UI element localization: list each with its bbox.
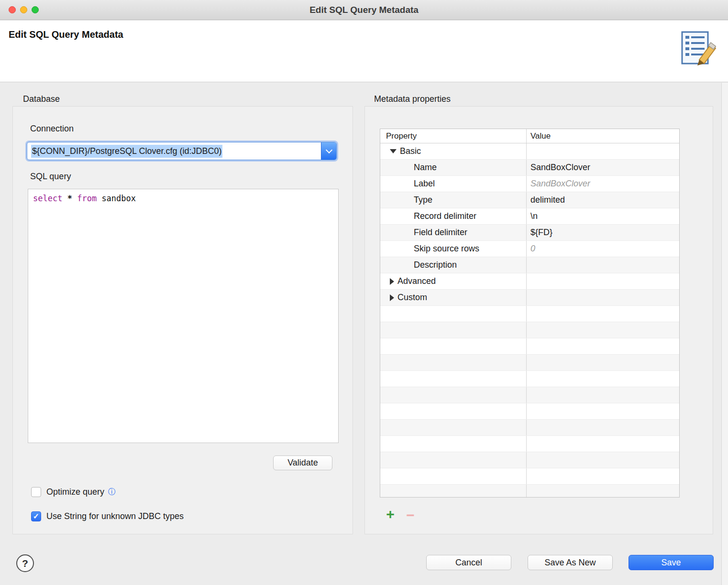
property-value: \n xyxy=(530,211,538,221)
disclosure-collapsed-icon[interactable] xyxy=(390,278,394,285)
edit-metadata-icon xyxy=(679,30,717,72)
table-body: Basic Name SandBoxClover Label SandBoxCl… xyxy=(380,143,679,498)
property-value: 0 xyxy=(530,244,535,254)
table-row-description[interactable]: Description xyxy=(380,257,679,273)
window-title: Edit SQL Query Metadata xyxy=(0,0,728,20)
table-row-empty xyxy=(380,387,679,403)
property-value: SandBoxClover xyxy=(530,179,590,189)
property-name: Skip source rows xyxy=(414,244,479,254)
sql-star-token: * xyxy=(67,194,72,203)
table-row-empty xyxy=(380,371,679,387)
sql-table-name: sandbox xyxy=(101,194,136,203)
save-as-new-button[interactable]: Save As New xyxy=(528,555,613,570)
table-row-type[interactable]: Type delimited xyxy=(380,192,679,208)
connection-label: Connection xyxy=(30,124,74,134)
connection-selected-value: ${CONN_DIR}/PostgreSQL Clover.cfg (id:JD… xyxy=(27,142,321,160)
sql-query-editor[interactable]: select * from sandbox xyxy=(28,189,339,443)
property-name: Description xyxy=(414,260,457,270)
property-value: delimited xyxy=(530,195,565,205)
traffic-lights xyxy=(9,6,39,13)
optimize-query-row: Optimize query ⓘ xyxy=(31,487,116,497)
connection-value-text: ${CONN_DIR}/PostgreSQL Clover.cfg (id:JD… xyxy=(31,145,222,158)
database-panel: Connection ${CONN_DIR}/PostgreSQL Clover… xyxy=(12,106,353,534)
connection-combobox[interactable]: ${CONN_DIR}/PostgreSQL Clover.cfg (id:JD… xyxy=(27,142,337,160)
table-row-basic[interactable]: Basic xyxy=(380,143,679,160)
table-row-empty xyxy=(380,403,679,420)
add-property-button[interactable]: + xyxy=(383,507,397,521)
close-button[interactable] xyxy=(9,6,16,13)
disclosure-expanded-icon[interactable] xyxy=(390,149,397,153)
table-row-name[interactable]: Name SandBoxClover xyxy=(380,160,679,176)
combo-dropdown-button[interactable] xyxy=(321,142,336,160)
table-row-field-delimiter[interactable]: Field delimiter ${FD} xyxy=(380,225,679,241)
use-string-checkbox[interactable] xyxy=(31,511,41,521)
table-header: Property Value xyxy=(380,129,679,143)
column-header-value: Value xyxy=(527,129,679,143)
metadata-section-label: Metadata properties xyxy=(374,94,451,104)
table-row-empty xyxy=(380,322,679,338)
sql-keyword-select: select xyxy=(33,194,62,203)
titlebar: Edit SQL Query Metadata xyxy=(0,0,728,20)
chevron-down-icon xyxy=(325,146,332,153)
table-row-empty xyxy=(380,306,679,322)
use-string-row: Use String for unknown JDBC types xyxy=(31,511,184,521)
table-row-advanced[interactable]: Advanced xyxy=(380,273,679,290)
save-button[interactable]: Save xyxy=(629,555,714,570)
table-row-empty xyxy=(380,485,679,498)
optimize-query-label: Optimize query xyxy=(46,487,104,497)
column-header-property: Property xyxy=(380,129,527,143)
zoom-button[interactable] xyxy=(32,6,39,13)
property-value: ${FD} xyxy=(530,228,552,238)
table-row-empty xyxy=(380,355,679,371)
property-name: Type xyxy=(414,195,432,205)
optimize-query-checkbox[interactable] xyxy=(31,487,41,497)
use-string-label: Use String for unknown JDBC types xyxy=(46,511,184,521)
sql-keyword-from: from xyxy=(77,194,97,203)
table-row-empty xyxy=(380,468,679,485)
validate-button[interactable]: Validate xyxy=(273,455,332,470)
property-name: Custom xyxy=(397,292,427,303)
property-name: Basic xyxy=(400,146,421,156)
sql-query-label: SQL query xyxy=(30,172,71,182)
table-row-label[interactable]: Label SandBoxClover xyxy=(380,176,679,192)
table-row-custom[interactable]: Custom xyxy=(380,290,679,306)
table-row-empty xyxy=(380,436,679,452)
scrollbar-track[interactable] xyxy=(721,83,728,585)
info-icon[interactable]: ⓘ xyxy=(108,487,116,497)
property-name: Record delimiter xyxy=(414,211,476,221)
table-row-empty xyxy=(380,420,679,436)
property-name: Label xyxy=(414,179,435,189)
property-value: SandBoxClover xyxy=(530,162,590,173)
property-name: Advanced xyxy=(397,276,436,286)
cancel-button[interactable]: Cancel xyxy=(426,555,511,570)
help-button[interactable]: ? xyxy=(16,554,34,572)
database-section-label: Database xyxy=(23,94,60,104)
remove-property-button[interactable]: − xyxy=(403,508,418,522)
minimize-button[interactable] xyxy=(20,6,27,13)
disclosure-collapsed-icon[interactable] xyxy=(390,294,394,301)
property-name: Name xyxy=(414,162,437,173)
property-name: Field delimiter xyxy=(414,228,467,238)
table-row-skip-source-rows[interactable]: Skip source rows 0 xyxy=(380,241,679,257)
table-row-empty xyxy=(380,452,679,468)
table-row-record-delimiter[interactable]: Record delimiter \n xyxy=(380,208,679,225)
metadata-properties-table: Property Value Basic Name SandBoxClover … xyxy=(380,129,680,498)
metadata-panel: Property Value Basic Name SandBoxClover … xyxy=(364,106,713,534)
table-row-empty xyxy=(380,338,679,355)
page-title: Edit SQL Query Metadata xyxy=(9,29,123,40)
dialog-header: Edit SQL Query Metadata xyxy=(0,21,728,82)
